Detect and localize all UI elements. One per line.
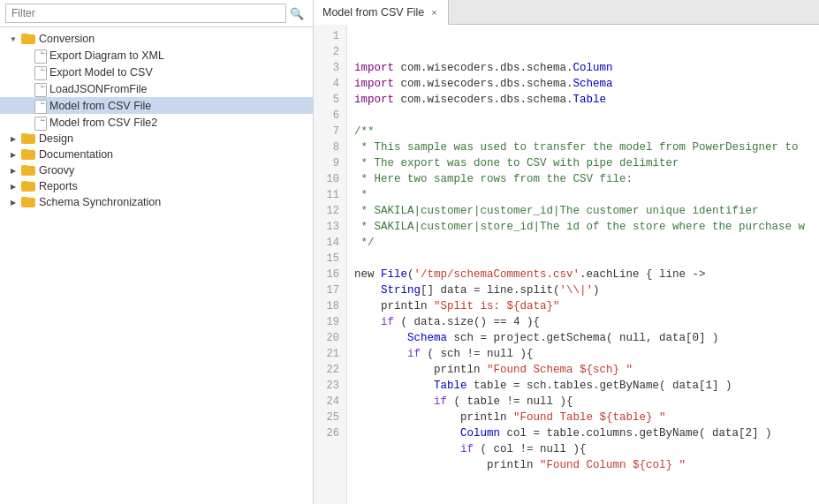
- code-line: if ( data.size() == 4 ){: [354, 314, 812, 330]
- filter-bar: 🔍: [0, 0, 313, 27]
- code-token: "Found Column ${col} ": [540, 459, 686, 471]
- code-token: if: [460, 443, 474, 455]
- sidebar-item-export-csv[interactable]: Export Model to CSV: [0, 64, 313, 80]
- line-number: 8: [321, 139, 339, 155]
- sidebar-item-model-csv[interactable]: Model from CSV File: [0, 97, 313, 114]
- sidebar-item-documentation[interactable]: ▶Documentation: [0, 147, 313, 162]
- line-number: 7: [321, 124, 339, 139]
- line-number: 17: [321, 282, 339, 298]
- expand-icon: ▼: [7, 33, 19, 45]
- sidebar-item-model-csv2[interactable]: Model from CSV File2: [0, 114, 313, 131]
- code-token: ( sch != null ){: [421, 348, 534, 360]
- code-token: "Found Schema ${sch} ": [487, 364, 633, 376]
- tree-item-label: Schema Synchronization: [39, 196, 161, 208]
- code-token: new: [354, 268, 381, 281]
- sidebar-item-conversion[interactable]: ▼Conversion: [0, 31, 313, 47]
- line-number: 12: [321, 203, 339, 219]
- code-token: [354, 332, 407, 344]
- code-token: [] data = line.split(: [421, 284, 560, 297]
- sidebar-item-export-xml[interactable]: Export Diagram to XML: [0, 47, 313, 64]
- expand-icon: ▶: [7, 196, 19, 208]
- tree-item-label: Export Model to CSV: [49, 66, 153, 79]
- code-line: println "Split is: ${data}": [354, 298, 812, 314]
- expand-icon: [19, 49, 32, 62]
- sidebar: 🔍 ▼ConversionExport Diagram to XMLExport…: [0, 0, 314, 504]
- sidebar-item-reports[interactable]: ▶Reports: [0, 178, 313, 194]
- code-token: /**: [354, 125, 375, 138]
- tree-item-label: Groovy: [39, 164, 74, 177]
- code-line: if ( col != null ){: [354, 441, 812, 457]
- code-token: import: [354, 94, 394, 106]
- code-line: Table table = sch.tables.getByName( data…: [354, 378, 812, 394]
- sidebar-item-design[interactable]: ▶Design: [0, 131, 313, 147]
- code-line: * This sample was used to transfer the m…: [354, 139, 812, 155]
- sidebar-item-load-json[interactable]: LoadJSONFromFile: [0, 80, 313, 97]
- folder-icon: [21, 34, 35, 44]
- code-line: * SAKILA|customer|store_id|The id of the…: [354, 219, 812, 235]
- tree-view: ▼ConversionExport Diagram to XMLExport M…: [0, 27, 313, 504]
- file-icon: [34, 116, 46, 129]
- code-line: println "Found Schema ${sch} ": [354, 362, 812, 378]
- code-line: [354, 108, 812, 124]
- code-token: * SAKILA|customer|store_id|The id of the…: [354, 221, 805, 233]
- tree-item-label: Export Diagram to XML: [49, 49, 164, 62]
- line-number: 15: [321, 251, 339, 267]
- tree-item-label: Conversion: [39, 33, 95, 45]
- sidebar-item-schema-sync[interactable]: ▶Schema Synchronization: [0, 194, 313, 210]
- code-line: println "Found Column ${col} ": [354, 457, 812, 473]
- code-token: * The export was done to CSV with pipe d…: [354, 157, 679, 169]
- code-token: * This sample was used to transfer the m…: [354, 141, 799, 154]
- expand-icon: ▶: [7, 180, 19, 192]
- tab-bar: Model from CSV File ×: [314, 0, 819, 25]
- code-token: com.wisecoders.dbs.schema.: [394, 78, 573, 90]
- code-line: Schema sch = project.getSchema( null, da…: [354, 330, 812, 346]
- line-number: 5: [321, 92, 339, 108]
- tree-item-label: Documentation: [39, 148, 113, 161]
- code-line: *: [354, 187, 812, 203]
- code-token: [354, 380, 434, 392]
- code-line: new File('/tmp/schemaComments.csv'.eachL…: [354, 267, 812, 282]
- line-number: 24: [321, 394, 339, 410]
- main-area: 🔍 ▼ConversionExport Diagram to XMLExport…: [0, 0, 819, 504]
- code-line: println "Found Table ${table} ": [354, 410, 812, 425]
- line-number: 22: [321, 362, 339, 378]
- code-editor[interactable]: 1234567891011121314151617181920212223242…: [314, 25, 819, 504]
- app-container: 🔍 ▼ConversionExport Diagram to XMLExport…: [0, 0, 819, 504]
- code-token: '\\|': [560, 284, 594, 297]
- code-token: [354, 284, 381, 297]
- code-token: "Split is: ${data}": [434, 300, 560, 312]
- code-token: File: [381, 268, 407, 281]
- filter-search-button[interactable]: 🔍: [286, 5, 307, 22]
- code-token: Schema: [407, 332, 447, 344]
- code-token: com.wisecoders.dbs.schema.: [394, 94, 573, 106]
- code-token: Column: [460, 427, 500, 440]
- code-content: import com.wisecoders.dbs.schema.Columni…: [347, 25, 819, 504]
- code-token: * SAKILA|customer|customer_id|The custom…: [354, 205, 759, 217]
- code-token: if: [381, 316, 394, 328]
- folder-icon: [21, 133, 35, 144]
- line-number: 20: [321, 330, 339, 346]
- expand-icon: [19, 66, 32, 79]
- code-token: [354, 395, 434, 408]
- line-number: 26: [321, 425, 339, 441]
- tab-model-csv[interactable]: Model from CSV File ×: [314, 0, 449, 25]
- code-line: * The export was done to CSV with pipe d…: [354, 155, 812, 171]
- file-icon: [34, 82, 46, 95]
- code-token: * Here two sample rows from the CSV file…: [354, 173, 633, 185]
- sidebar-item-groovy[interactable]: ▶Groovy: [0, 162, 313, 178]
- filter-input[interactable]: [5, 4, 286, 23]
- code-line: if ( table != null ){: [354, 394, 812, 410]
- tab-close-button[interactable]: ×: [429, 6, 438, 19]
- code-token: println: [354, 300, 434, 312]
- line-number: 6: [321, 108, 339, 124]
- code-token: [354, 348, 407, 360]
- code-token: table = sch.tables.getByName( data[1] ): [467, 380, 732, 392]
- tree-item-label: Reports: [39, 180, 78, 192]
- tab-label: Model from CSV File: [322, 6, 424, 19]
- editor-area: Model from CSV File × 123456789101112131…: [314, 0, 819, 504]
- code-token: com.wisecoders.dbs.schema.: [394, 62, 573, 74]
- file-icon: [34, 65, 46, 79]
- line-number: 13: [321, 219, 339, 235]
- tree-item-label: Model from CSV File: [49, 100, 151, 112]
- code-line: import com.wisecoders.dbs.schema.Table: [354, 92, 812, 108]
